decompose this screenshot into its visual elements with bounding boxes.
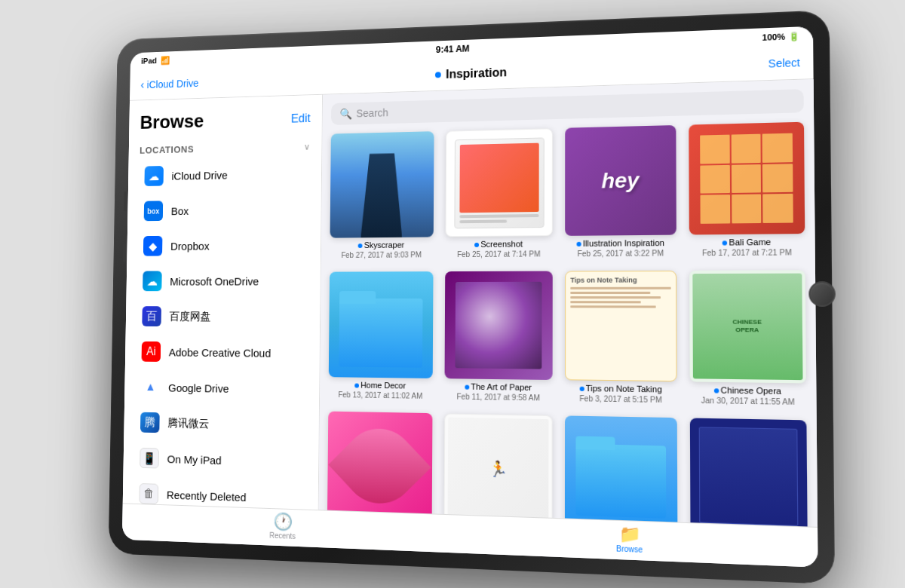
screenshot-date: Feb 25, 2017 at 7:14 PM xyxy=(457,250,540,260)
sidebar-edit-button[interactable]: Edit xyxy=(291,112,311,125)
artpaper-thumb xyxy=(445,271,553,380)
sidebar-item-icloud[interactable]: ☁ iCloud Drive xyxy=(133,155,316,193)
sidebar-item-onedrive[interactable]: ☁ Microsoft OneDrive xyxy=(132,263,315,299)
chineseopera-date: Jan 30, 2017 at 11:55 AM xyxy=(701,396,795,408)
ipad-local-icon: 📱 xyxy=(140,448,159,469)
file-item-hey[interactable]: hey Illustration Inspiration Feb 25, 201… xyxy=(565,125,676,259)
hey-thumb: hey xyxy=(565,125,676,236)
browse-icon: 📁 xyxy=(618,525,640,544)
pinkleaf-thumb xyxy=(327,412,432,522)
trash-label: Recently Deleted xyxy=(167,488,247,503)
chineseopera-thumb: CHINESEOPERA xyxy=(689,271,806,384)
file-item-screenshot[interactable]: Screenshot Feb 25, 2017 at 7:14 PM xyxy=(445,128,553,259)
skyscraper-date: Feb 27, 2017 at 9:03 PM xyxy=(341,250,422,260)
onedrive-label: Microsoft OneDrive xyxy=(170,274,259,287)
homedecor-thumb xyxy=(329,271,434,378)
sidebar-item-ipad[interactable]: 📱 On My iPad xyxy=(129,440,313,480)
notetaking-thumb: Tips on Note Taking xyxy=(565,271,677,381)
tag-dot-icon xyxy=(435,72,441,78)
file-item-notetaking[interactable]: Tips on Note Taking Tips on Note Taking … xyxy=(565,271,677,406)
illustrations-thumb xyxy=(565,416,677,527)
sidebar: Browse Edit Locations ∨ ☁ iCloud Drive b… xyxy=(123,95,323,510)
file-item-artpaper[interactable]: The Art of Paper Feb 11, 2017 at 9:58 AM xyxy=(444,271,552,403)
modernjewelry-thumb xyxy=(690,418,808,527)
content-area: 🔍 Search Skyscraper Feb 27, 2017 at 9:03… xyxy=(319,79,818,527)
sidebar-item-baidu[interactable]: 百 百度网盘 xyxy=(131,299,314,335)
tencent-icon: 腾 xyxy=(140,412,160,433)
main-area: Browse Edit Locations ∨ ☁ iCloud Drive b… xyxy=(123,79,818,527)
dropbox-icon: ◆ xyxy=(143,236,163,256)
back-chevron-icon: ‹ xyxy=(140,78,144,91)
tab-recents[interactable]: 🕐 Recents xyxy=(122,508,452,547)
recents-icon: 🕐 xyxy=(273,513,293,531)
locations-chevron-icon[interactable]: ∨ xyxy=(304,141,311,152)
icloud-icon: ☁ xyxy=(144,166,164,186)
chineseopera-name: Chinese Opera xyxy=(714,385,781,397)
recents-label: Recents xyxy=(269,531,296,541)
ipad-label: iPad xyxy=(141,57,157,66)
volume-up-button[interactable] xyxy=(124,191,127,211)
screenshot-name: Screenshot xyxy=(474,239,523,250)
artpaper-name: The Art of Paper xyxy=(465,382,532,394)
file-item-bali[interactable]: Bali Game Feb 17, 2017 at 7:21 PM xyxy=(689,122,805,259)
baidu-label: 百度网盘 xyxy=(169,310,210,323)
hey-name: Illustration Inspiration xyxy=(577,238,665,249)
box-label: Box xyxy=(171,204,189,216)
parksketch-thumb: 🏃 xyxy=(444,414,553,526)
nav-back-label[interactable]: iCloud Drive xyxy=(147,77,199,90)
dropbox-label: Dropbox xyxy=(170,240,210,253)
file-item-pinkleaf[interactable]: Pink Leaf Jan 28, 2017 at 3:09 PM xyxy=(327,412,433,527)
home-button[interactable] xyxy=(808,281,836,307)
skyscraper-name: Skyscraper xyxy=(358,240,404,250)
files-grid: Skyscraper Feb 27, 2017 at 9:03 PM Scree… xyxy=(326,122,809,527)
gdrive-label: Google Drive xyxy=(168,381,229,395)
file-item-skyscraper[interactable]: Skyscraper Feb 27, 2017 at 9:03 PM xyxy=(330,131,434,260)
nav-title-area: Inspiration xyxy=(435,66,507,81)
status-left: iPad 📶 xyxy=(141,55,170,66)
sidebar-item-dropbox[interactable]: ◆ Dropbox xyxy=(132,227,314,263)
file-item-parksketch[interactable]: 🏃 Park Sketch Jan 21, 2017 at 5:35 PM xyxy=(443,414,552,527)
skyscraper-thumb xyxy=(330,131,434,238)
hey-date: Feb 25, 2017 at 3:22 PM xyxy=(578,248,664,259)
battery-icon: 🔋 xyxy=(788,31,799,41)
baidu-icon: 百 xyxy=(142,306,161,326)
sidebar-item-tencent[interactable]: 腾 腾讯微云 xyxy=(129,405,313,444)
trash-icon: 🗑 xyxy=(139,483,158,504)
ipad-screen: iPad 📶 9:41 AM 100% 🔋 ‹ iCloud Drive Ins… xyxy=(122,26,818,568)
tencent-label: 腾讯微云 xyxy=(167,416,209,431)
tab-browse[interactable]: 📁 Browse xyxy=(451,519,818,561)
search-placeholder: Search xyxy=(356,107,388,120)
sidebar-item-box[interactable]: box Box xyxy=(133,191,315,228)
onedrive-icon: ☁ xyxy=(143,271,162,291)
bali-name: Bali Game xyxy=(722,237,771,248)
battery-label: 100% xyxy=(762,32,786,42)
nav-select-button[interactable]: Select xyxy=(768,56,800,69)
search-icon: 🔍 xyxy=(339,108,351,120)
bali-date: Feb 17, 2017 at 7:21 PM xyxy=(702,247,792,258)
sidebar-item-adobe[interactable]: Ai Adobe Creative Cloud xyxy=(130,334,314,371)
sidebar-title: Browse xyxy=(140,110,204,134)
homedecor-date: Feb 13, 2017 at 11:02 AM xyxy=(338,390,422,401)
gdrive-icon: ▲ xyxy=(141,377,161,397)
sidebar-item-gdrive[interactable]: ▲ Google Drive xyxy=(130,369,314,407)
nav-title: Inspiration xyxy=(446,66,507,81)
homedecor-name: Home Decor xyxy=(354,381,406,391)
file-item-homedecor[interactable]: Home Decor Feb 13, 2017 at 11:02 AM xyxy=(328,271,433,401)
artpaper-date: Feb 11, 2017 at 9:58 AM xyxy=(457,392,540,403)
bali-thumb xyxy=(689,122,805,235)
file-item-illustrations[interactable]: Illustrations Jan 17, 2017 at 1:36 PM xyxy=(565,416,678,527)
file-item-chineseopera[interactable]: CHINESEOPERA Chinese Opera Jan 30, 2017 … xyxy=(689,271,806,408)
ipad-device: iPad 📶 9:41 AM 100% 🔋 ‹ iCloud Drive Ins… xyxy=(109,10,835,584)
search-bar[interactable]: 🔍 Search xyxy=(331,89,804,125)
nav-back[interactable]: ‹ iCloud Drive xyxy=(140,76,198,91)
browse-label: Browse xyxy=(616,544,643,554)
file-item-modernjewelry[interactable]: Modern Jewelry Jan 14, 2017 at 9:02 AM xyxy=(690,418,808,527)
volume-down-button[interactable] xyxy=(123,243,126,262)
sidebar-header: Browse Edit xyxy=(129,95,322,140)
icloud-label: iCloud Drive xyxy=(171,169,228,182)
notetaking-date: Feb 3, 2017 at 5:15 PM xyxy=(579,394,661,405)
screenshot-thumb xyxy=(445,128,552,237)
box-icon: box xyxy=(144,201,164,221)
wifi-icon: 📶 xyxy=(161,55,170,65)
status-right: 100% 🔋 xyxy=(762,31,800,42)
